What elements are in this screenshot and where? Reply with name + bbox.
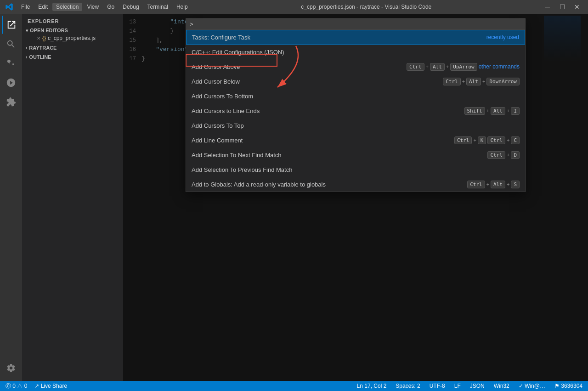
statusbar-errors[interactable]: ⓪ 0 △ 0 [4,382,29,390]
statusbar-build[interactable]: ⚑ 3636304 [553,383,584,389]
open-editors-section: ▾ OPEN EDITORS ✕ {} c_cpp_properties.js [22,26,123,43]
kbd-plus-1: + [426,64,429,69]
statusbar-sync[interactable]: ✓ Win@… [517,383,547,389]
kbd-k-lc: K [478,136,486,144]
statusbar-eol[interactable]: LF [452,383,463,389]
source-control-activity-icon[interactable] [2,54,20,73]
command-palette-overlay[interactable]: Tasks: Configure Task recently used C/C+… [123,14,588,381]
open-editors-chevron: ▾ [26,28,28,33]
palette-label-tasks-configure: Tasks: Configure Task [192,34,486,41]
raytrace-label: RAYTRACE [29,45,57,51]
kbd-alt-lineends: Alt [491,107,505,115]
kbd-plus-sn: + [507,152,509,158]
outline-header[interactable]: › OUTLINE [22,53,123,61]
window-title: c_cpp_properties.json - raytrace - Visua… [192,4,541,10]
palette-item-add-cursor-above[interactable]: Add Cursor Above Ctrl + Alt + UpArrow ot… [186,59,525,74]
extensions-activity-icon[interactable] [2,93,20,111]
sidebar-title: EXPLORER [22,14,123,26]
recently-used-badge: recently used [486,34,519,40]
raytrace-header[interactable]: › RAYTRACE [22,44,123,51]
statusbar-left: ⓪ 0 △ 0 ↗ Live Share [4,382,69,390]
raytrace-chevron: › [26,45,27,51]
command-palette-input[interactable] [190,21,521,28]
palette-item-tasks-configure[interactable]: Tasks: Configure Task recently used [186,30,525,45]
palette-item-cpp-edit[interactable]: C/C++: Edit Configurations (JSON) [186,45,525,59]
search-activity-icon[interactable] [2,35,20,53]
palette-label-add-selection-prev: Add Selection To Previous Find Match [192,166,520,173]
kbd-s-g: S [511,181,520,188]
kbd-plus-2: + [446,64,449,69]
palette-item-add-cursors-line-ends[interactable]: Add Cursors to Line Ends Shift + Alt + I [186,103,525,118]
main-content: 13 "intelliSenseMode": "msvc-x64" 14 } 1… [123,14,588,381]
kbd-plus-lc1: + [473,137,476,143]
palette-item-add-cursors-top[interactable]: Add Cursors To Top [186,118,525,133]
maximize-button[interactable]: ☐ [556,2,569,11]
statusbar-live-share[interactable]: ↗ Live Share [33,383,69,389]
kbd-ctrl-1: Ctrl [407,63,424,71]
settings-activity-icon[interactable] [2,359,20,377]
kbd-group-selection-next: Ctrl + D [487,151,520,159]
palette-label-add-cursors-bottom: Add Cursors To Bottom [192,93,520,100]
kbd-group-line-ends: Shift + Alt + I [464,107,520,115]
statusbar-encoding[interactable]: UTF-8 [428,383,447,389]
kbd-plus-lc2: + [507,137,509,143]
palette-item-add-to-globals[interactable]: Add to Globals: Add a read-only variable… [186,177,525,192]
statusbar-position[interactable]: Ln 17, Col 2 [355,383,389,389]
palette-label-add-line-comment: Add Line Comment [192,137,454,144]
explorer-activity-icon[interactable] [2,16,20,34]
kbd-plus-below-1: + [462,79,465,84]
sidebar: EXPLORER ▾ OPEN EDITORS ✕ {} c_cpp_prope… [22,14,123,381]
minimize-button[interactable]: ─ [541,2,554,11]
kbd-group-cursor-below: Ctrl + Alt + DownArrow [443,78,520,85]
palette-item-add-cursors-bottom[interactable]: Add Cursors To Bottom [186,89,525,103]
statusbar-language[interactable]: JSON [468,383,486,389]
kbd-ctrl-lc2: Ctrl [487,136,505,144]
file-close-icon[interactable]: ✕ [37,36,40,41]
menu-go[interactable]: Go [103,3,118,11]
palette-label-cpp-edit: C/C++: Edit Configurations (JSON) [192,49,520,56]
kbd-uparrow: UpArrow [450,63,477,71]
menu-file[interactable]: File [17,3,34,11]
kbd-downarrow: DownArrow [486,78,520,85]
open-editors-header[interactable]: ▾ OPEN EDITORS [22,27,123,34]
kbd-alt-1: Alt [430,63,445,71]
file-item-cpp-props[interactable]: ✕ {} c_cpp_properties.js [22,34,123,42]
statusbar-spaces[interactable]: Spaces: 2 [394,383,422,389]
statusbar: ⓪ 0 △ 0 ↗ Live Share Ln 17, Col 2 Spaces… [0,381,588,391]
palette-item-add-selection-prev[interactable]: Add Selection To Previous Find Match [186,162,525,177]
close-button[interactable]: ✕ [571,2,583,11]
kbd-plus-le-2: + [507,108,509,113]
palette-label-add-cursors-top: Add Cursors To Top [192,122,520,129]
palette-label-add-cursor-below: Add Cursor Below [192,78,443,85]
kbd-d-sn: D [511,151,520,159]
outline-chevron: › [26,55,27,60]
statusbar-platform[interactable]: Win32 [492,383,511,389]
menu-debug[interactable]: Debug [119,3,142,11]
palette-item-add-cursor-below[interactable]: Add Cursor Below Ctrl + Alt + DownArrow [186,74,525,89]
menu-terminal[interactable]: Terminal [144,3,172,11]
palette-item-add-line-comment[interactable]: Add Line Comment Ctrl + K Ctrl + C [186,133,525,147]
open-editors-label: OPEN EDITORS [30,28,68,33]
vscode-logo [5,2,14,11]
kbd-ctrl-below: Ctrl [443,78,461,85]
palette-label-add-cursors-line-ends: Add Cursors to Line Ends [192,108,464,114]
menu-selection[interactable]: Selection [52,3,82,11]
kbd-ctrl-lc1: Ctrl [454,136,472,144]
menu-edit[interactable]: Edit [34,3,51,11]
kbd-ctrl-g: Ctrl [467,181,485,188]
command-palette: Tasks: Configure Task recently used C/C+… [186,18,526,192]
outline-section: › OUTLINE [22,52,123,62]
kbd-i-lineends: I [511,107,520,115]
other-commands-badge: other commands [479,63,520,70]
palette-item-add-selection-next[interactable]: Add Selection To Next Find Match Ctrl + … [186,147,525,162]
raytrace-section: › RAYTRACE [22,43,123,52]
kbd-plus-le-1: + [486,108,489,113]
kbd-alt-below: Alt [466,78,481,85]
menu-help[interactable]: Help [173,3,192,11]
debug-activity-icon[interactable] [2,74,20,92]
kbd-c-lc: C [511,136,520,144]
file-type-icon: {} [42,35,46,41]
menu-view[interactable]: View [83,3,102,11]
palette-label-add-selection-next: Add Selection To Next Find Match [192,152,487,159]
kbd-alt-g: Alt [491,181,505,188]
